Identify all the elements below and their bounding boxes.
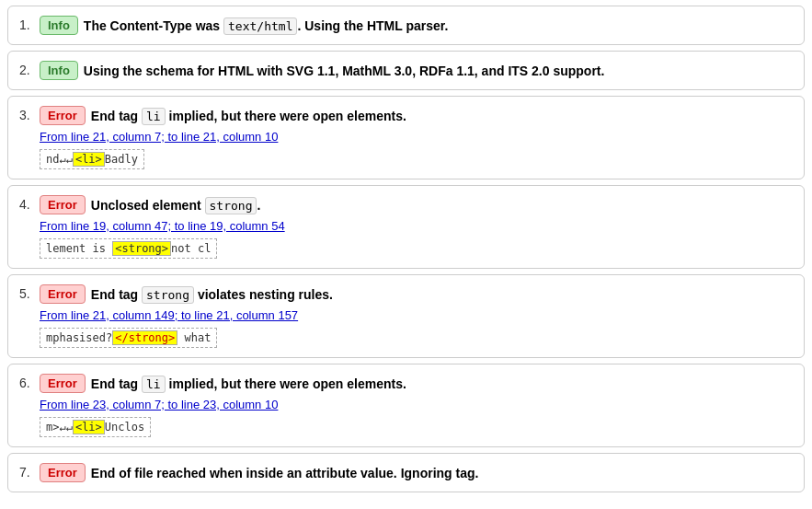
status-badge: Error [40, 463, 86, 482]
message-header: ErrorEnd tag li implied, but there were … [40, 374, 793, 393]
status-badge: Error [40, 195, 86, 214]
status-badge: Error [40, 284, 86, 304]
code-block: mphasised?</strong> what [40, 328, 217, 348]
inline-code: strong [142, 286, 194, 304]
message-text: End tag li implied, but there were open … [91, 376, 406, 391]
message-content: ErrorEnd tag li implied, but there were … [40, 374, 793, 437]
code-highlight: <li> [73, 152, 105, 167]
message-text: End tag strong violates nesting rules. [91, 287, 333, 302]
message-text: End tag li implied, but there were open … [91, 109, 406, 123]
code-block: nd↵↵<li>Badly [40, 149, 144, 169]
message-list: 1.InfoThe Content-Type was text/html. Us… [0, 6, 812, 492]
message-header: InfoThe Content-Type was text/html. Usin… [40, 16, 793, 35]
message-header: ErrorUnclosed element strong. [40, 195, 793, 214]
message-number: 5. [19, 284, 40, 301]
inline-code: li [142, 108, 166, 125]
message-content: ErrorUnclosed element strong.From line 1… [40, 195, 793, 259]
code-highlight: </strong> [112, 330, 177, 345]
message-header: ErrorEnd tag strong violates nesting rul… [40, 284, 793, 304]
message-number: 1. [19, 16, 40, 32]
status-badge: Info [40, 61, 78, 80]
status-badge: Error [40, 106, 86, 125]
message-link[interactable]: From line 21, column 7; to line 21, colu… [40, 130, 793, 144]
code-highlight: <li> [73, 420, 105, 434]
status-badge: Info [40, 16, 78, 35]
message-item: 2.InfoUsing the schema for HTML with SVG… [7, 51, 805, 90]
message-content: ErrorEnd tag strong violates nesting rul… [40, 284, 793, 348]
message-item: 3.ErrorEnd tag li implied, but there wer… [7, 96, 805, 179]
message-header: ErrorEnd of file reached when inside an … [40, 463, 793, 482]
message-text: The Content-Type was text/html. Using th… [84, 18, 449, 33]
code-highlight: <strong> [112, 241, 171, 256]
message-header: ErrorEnd tag li implied, but there were … [40, 106, 793, 125]
inline-code: strong [205, 197, 257, 214]
message-number: 3. [19, 106, 40, 122]
message-content: ErrorEnd of file reached when inside an … [40, 463, 793, 482]
message-item: 1.InfoThe Content-Type was text/html. Us… [7, 6, 805, 45]
message-item: 7.ErrorEnd of file reached when inside a… [7, 453, 805, 492]
message-link[interactable]: From line 21, column 149; to line 21, co… [40, 308, 793, 322]
code-block: lement is <strong>not cl [40, 238, 217, 259]
inline-code: text/html [223, 17, 297, 35]
message-text: Unclosed element strong. [91, 198, 261, 213]
inline-code: li [142, 376, 166, 393]
message-content: ErrorEnd tag li implied, but there were … [40, 106, 793, 169]
message-number: 2. [19, 61, 40, 77]
message-content: InfoThe Content-Type was text/html. Usin… [40, 16, 793, 35]
status-badge: Error [40, 374, 86, 393]
message-link[interactable]: From line 23, column 7; to line 23, colu… [40, 398, 793, 411]
message-link[interactable]: From line 19, column 47; to line 19, col… [40, 219, 793, 233]
message-number: 6. [19, 374, 40, 390]
message-header: InfoUsing the schema for HTML with SVG 1… [40, 61, 793, 80]
message-number: 4. [19, 195, 40, 212]
message-item: 5.ErrorEnd tag strong violates nesting r… [7, 274, 805, 358]
code-block: m>↵↵<li>Unclos [40, 417, 151, 437]
message-number: 7. [19, 463, 40, 480]
message-content: InfoUsing the schema for HTML with SVG 1… [40, 61, 793, 80]
message-item: 6.ErrorEnd tag li implied, but there wer… [7, 364, 805, 447]
message-text: Using the schema for HTML with SVG 1.1, … [84, 64, 605, 78]
message-item: 4.ErrorUnclosed element strong.From line… [7, 185, 805, 269]
message-text: End of file reached when inside an attri… [91, 466, 479, 480]
